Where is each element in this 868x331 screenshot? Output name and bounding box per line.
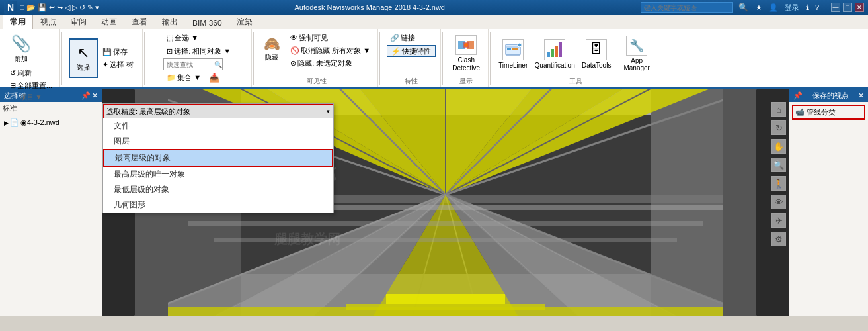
quick-props-btn[interactable]: ⚡ 快捷特性 (387, 45, 436, 57)
right-panel-close[interactable]: ✕ (858, 91, 864, 100)
tree-item-label: ◉4-3-2.nwd (20, 118, 59, 127)
dropdown-item-toplevel[interactable]: 最高层级的对象 (103, 149, 333, 167)
qa-undo[interactable]: ↩ (49, 3, 55, 12)
svg-point-8 (518, 43, 522, 47)
nav-orbit-btn[interactable]: ↻ (771, 120, 786, 135)
maximize-btn[interactable]: □ (843, 3, 852, 12)
dropdown-item-lowest[interactable]: 最低层级的对象 (103, 182, 333, 197)
nav-look-btn[interactable]: 👁 (771, 195, 786, 209)
tab-donghua[interactable]: 动画 (94, 15, 124, 29)
tree-expand-icon: ▶ (4, 120, 9, 126)
close-btn[interactable]: ✕ (855, 3, 864, 12)
forcevisible-icon: 👁 (290, 34, 297, 42)
ribbon-group-tools: TimeLiner Quantification 🗄 DataTools (492, 29, 660, 87)
nav-pan-btn[interactable]: ✋ (771, 139, 786, 154)
hide-label: 隐藏 (265, 53, 278, 62)
search-icon[interactable]: 🔍 (736, 3, 751, 12)
qa-redo[interactable]: ↪ (57, 3, 63, 12)
nav-settings-btn[interactable]: ⚙ (771, 232, 786, 246)
clash-detective-label: ClashDetective (452, 56, 480, 72)
svg-rect-9 (547, 52, 550, 57)
force-visible-btn[interactable]: 👁 强制可见 (287, 32, 374, 44)
dropdown-item-file[interactable]: 文件 (103, 118, 333, 134)
hideunsel-label: 隐藏: 未选定对象 (297, 58, 352, 68)
selectsame-label: 选择: 相同对象 ▼ (174, 46, 231, 56)
nav-home-btn[interactable]: ⌂ (771, 102, 786, 117)
right-panel-pin[interactable]: 📌 (793, 91, 803, 100)
hideunsel-icon: ⊘ (290, 59, 296, 68)
qa-edit[interactable]: ✎ (87, 3, 93, 12)
tab-shuchu[interactable]: 输出 (155, 15, 185, 29)
set-btn[interactable]: 📁 集合 ▼ (163, 71, 204, 83)
dropdown-item-geometry[interactable]: 几何图形 (103, 197, 333, 213)
svg-rect-11 (555, 46, 558, 57)
nav-zoom-btn[interactable]: 🔍 (771, 158, 786, 172)
clash-detective-btn[interactable]: ClashDetective (448, 34, 484, 73)
search-input[interactable] (641, 2, 733, 13)
left-panel-standard: 标准 (0, 102, 102, 115)
tab-changeyong[interactable]: 常用 (3, 15, 33, 29)
select-all-btn[interactable]: ⬚ 全选 ▼ (163, 32, 202, 44)
quantification-btn[interactable]: Quantification (534, 34, 575, 73)
dropdown-arrow-icon[interactable]: ▾ (327, 108, 330, 115)
saved-view-item[interactable]: 📹 管线分类 (792, 105, 865, 120)
attach-btn[interactable]: 📎 附加 (7, 32, 36, 66)
qa-back[interactable]: ◁ (65, 3, 70, 12)
star-btn[interactable]: ★ (754, 3, 764, 12)
dropdown-item-topunique[interactable]: 最高层级的唯一对象 (103, 167, 333, 182)
svg-rect-54 (346, 304, 545, 310)
login-btn[interactable]: 登录 (783, 3, 801, 13)
panel-pin-btn[interactable]: 📌 (81, 91, 91, 100)
select-same-btn[interactable]: ⊡ 选择: 相同对象 ▼ (163, 45, 234, 57)
quantification-icon (544, 39, 565, 60)
import-btn[interactable]: 📥 (206, 71, 223, 83)
info-icon[interactable]: ℹ (804, 3, 810, 12)
qa-refresh[interactable]: ↺ (79, 3, 85, 12)
dropdown-item-layer[interactable]: 图层 (103, 134, 333, 149)
quick-find-icon: 🔍 (214, 61, 222, 68)
refresh-label: 刷新 (17, 68, 32, 78)
tab-chakan[interactable]: 查看 (124, 15, 155, 29)
datatool-btn[interactable]: 🗄 DataTools (579, 34, 613, 73)
select-btn[interactable]: ↖ 选择 (69, 38, 98, 78)
tab-shidian[interactable]: 视点 (33, 15, 63, 29)
tab-shenyue[interactable]: 审阅 (63, 15, 94, 29)
tab-xuanran[interactable]: 渲染 (229, 15, 260, 29)
ribbon-group-select: ↖ 选择 💾 保存 ✦ 选择 树 (63, 29, 143, 87)
group-visibility-label: 可见性 (307, 77, 327, 86)
group-project-label[interactable]: 项目 ▼ (20, 93, 42, 102)
datatool-label: DataTools (582, 62, 611, 69)
tree-root-item[interactable]: ▶ 📄 ◉4-3-2.nwd (3, 118, 99, 128)
hide-unselected-btn[interactable]: ⊘ 隐藏: 未选定对象 (287, 57, 374, 69)
reset-all-btn[interactable]: ⊞ 全部重置... (7, 79, 56, 91)
qa-save[interactable]: 💾 (38, 3, 47, 12)
svg-rect-48 (188, 221, 703, 226)
hide-btn[interactable]: 🙈 隐藏 (259, 32, 284, 66)
save-btn[interactable]: 💾 保存 (99, 46, 137, 58)
quick-find-input[interactable] (167, 61, 213, 68)
user-btn[interactable]: 👤 (767, 3, 780, 12)
help-btn[interactable]: ? (813, 3, 821, 11)
selectsame-icon: ⊡ (167, 47, 173, 56)
select-tree-label: 选择 树 (110, 60, 134, 70)
select-tree-btn[interactable]: ✦ 选择 树 (99, 59, 137, 71)
save-label: 保存 (113, 47, 128, 57)
datatool-icon: 🗄 (586, 39, 607, 60)
qa-forward[interactable]: ▷ (72, 3, 77, 12)
appmanager-btn[interactable]: 🔧 App Manager (617, 34, 656, 73)
nav-walk-btn[interactable]: 🚶 (771, 176, 786, 191)
viewport[interactable]: TUITUISOFT 腿腿教学网 ⌂ ↻ ✋ 🔍 🚶 👁 ✈ ⚙ 选取精度: 最… (102, 89, 789, 316)
nav-fly-btn[interactable]: ✈ (771, 213, 786, 228)
selector-label: 选取精度: 最高层级的对象 (106, 107, 324, 117)
timeliner-btn[interactable]: TimeLiner (496, 34, 530, 73)
qa-open[interactable]: 📂 (26, 3, 36, 12)
link-btn[interactable]: 🔗 链接 (387, 32, 418, 44)
tab-bim360[interactable]: BIM 360 (185, 17, 229, 29)
panel-close-btn[interactable]: ✕ (92, 91, 98, 100)
refresh-btn[interactable]: ↺ 刷新 (7, 67, 35, 79)
svg-rect-6 (507, 48, 511, 50)
unhide-all-btn[interactable]: 🚫 取消隐藏 所有对象 ▼ (287, 44, 374, 56)
qa-new[interactable]: □ (20, 3, 24, 12)
svg-rect-49 (214, 238, 677, 242)
minimize-btn[interactable]: — (831, 3, 840, 12)
